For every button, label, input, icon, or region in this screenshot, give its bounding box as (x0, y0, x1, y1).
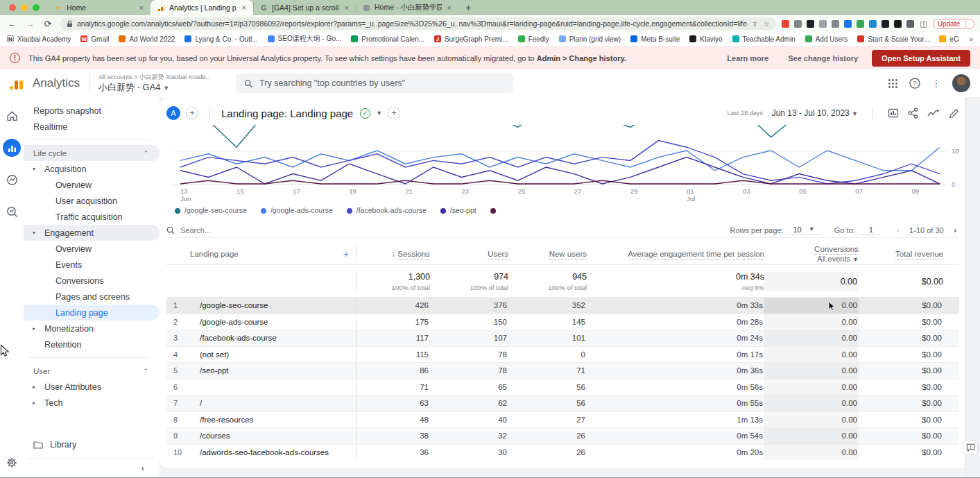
sidebar-item-overview[interactable]: Overview (24, 177, 160, 193)
sidebar-item-user-acquisition[interactable]: User acquisition (24, 193, 160, 209)
sidebar-item-overview[interactable]: Overview (24, 241, 160, 257)
collapse-sidebar-button[interactable]: ‹ (29, 458, 154, 477)
date-range-picker[interactable]: Jun 13 - Jul 10, 2023 ▼ (772, 108, 858, 118)
sidebar-item-pages-and-screens[interactable]: Pages and screens (24, 289, 160, 305)
table-search[interactable] (166, 226, 730, 234)
tab-close-icon[interactable]: × (343, 3, 350, 12)
extension-icon[interactable] (807, 20, 814, 28)
help-icon[interactable]: ? (909, 78, 920, 89)
advertising-icon[interactable] (3, 203, 21, 221)
sidebar-item-retention[interactable]: Retention (24, 336, 160, 352)
users-header[interactable]: Users (430, 250, 508, 258)
bookmark-lyang-co-outl[interactable]: Lyang & Co. - Outl... (184, 35, 257, 43)
address-bar[interactable]: analytics.google.com/analytics/web/?auth… (60, 17, 776, 30)
table-row-1[interactable]: 1/google-seo-course4263763520m 33s0.00$0… (166, 297, 959, 314)
extension-icon[interactable] (882, 20, 889, 28)
open-setup-assistant-button[interactable]: Open Setup Assistant (872, 50, 970, 67)
fullscreen-window-button[interactable] (33, 4, 40, 11)
bookmark-promotional-calen[interactable]: Promotional Calen... (351, 35, 424, 43)
reload-icon[interactable]: ⟳ (42, 19, 54, 29)
table-row-4[interactable]: 4(not set)1157800m 17s0.00$0.00 (166, 346, 959, 363)
next-page-icon[interactable]: › (951, 225, 959, 235)
report-caret-icon[interactable]: ▼ (376, 110, 382, 117)
bookmark-feedly[interactable]: Feedly (518, 35, 549, 43)
user-avatar[interactable] (952, 74, 970, 92)
insights-icon[interactable] (927, 108, 940, 118)
check-badge-icon[interactable]: ✓ (360, 108, 370, 119)
sidebar-item-realtime[interactable]: Realtime (24, 119, 160, 135)
analytics-search[interactable] (236, 74, 513, 93)
section-collapse-icon[interactable]: ⌃ (143, 368, 148, 375)
extension-icon[interactable] (819, 20, 827, 28)
share-icon[interactable] (908, 108, 918, 119)
sidebar-item-events[interactable]: Events (24, 257, 160, 273)
table-row-6[interactable]: 67165560m 56s0.00$0.00 (166, 379, 959, 395)
table-row-3[interactable]: 3/facebook-ads-course1171071010m 24s0.00… (166, 330, 959, 346)
share-page-icon[interactable]: ⇪ (752, 20, 757, 28)
extension-icon[interactable] (894, 20, 902, 28)
sidebar-item-engagement[interactable]: ▾Engagement (24, 225, 160, 241)
admin-gear-icon[interactable] (3, 454, 21, 472)
browser-tab-home-小白新势学院[interactable]: Home - 小白新势学院× (356, 0, 458, 15)
table-row-8[interactable]: 8/free-resources4840271m 13s0.00$0.00 (166, 411, 959, 428)
bookmark-xiaobai-academy[interactable]: NXiaobai Academy (7, 35, 71, 43)
extension-icon[interactable] (906, 20, 914, 28)
section-collapse-icon[interactable]: ⌃ (143, 150, 148, 157)
table-row-2[interactable]: 2/google-ads-course1751501450m 28s0.00$0… (166, 314, 959, 330)
customize-report-icon[interactable] (888, 108, 899, 119)
tab-close-icon[interactable]: × (138, 3, 145, 12)
comparison-chip[interactable]: A (166, 106, 180, 120)
extension-icon[interactable] (844, 20, 852, 28)
bookmark-ad-world-2022[interactable]: Ad World 2022 (119, 35, 175, 43)
sidebar-item-conversions[interactable]: Conversions (24, 273, 160, 289)
table-row-10[interactable]: 10/adwords-seo-facebook-ads-courses36302… (166, 444, 959, 461)
avg-engagement-header[interactable]: Average engagement time per session (587, 250, 764, 258)
sidebar-item-monetization[interactable]: ▸Monetization (24, 321, 160, 336)
sidebar-item-user-attributes[interactable]: ▸User Attributes (24, 379, 160, 395)
sidebar-item-life-cycle[interactable]: Life cycle⌃ (24, 145, 160, 161)
sidebar-item-traffic-acquisition[interactable]: Traffic acquisition (24, 209, 160, 225)
sidebar-item-acquisition[interactable]: ▾Acquisition (24, 161, 160, 177)
sessions-header[interactable]: ↓ Sessions (356, 250, 430, 258)
bookmark-plann-grid-view[interactable]: Plann (grid view) (559, 35, 621, 43)
home-icon[interactable] (3, 107, 21, 125)
bookmark-ecommerce-case[interactable]: eCommerce Case... (939, 35, 959, 43)
goto-page-input[interactable]: 1 (862, 225, 880, 235)
extension-icon[interactable] (794, 20, 802, 28)
prev-page-icon[interactable]: ‹ (894, 225, 902, 235)
bookmark-surgegraph-premi[interactable]: JSurgeGraph Premi... (434, 35, 508, 43)
analytics-logo-icon[interactable] (10, 77, 23, 89)
total-revenue-header[interactable]: Total revenue (859, 250, 943, 258)
bookmark-gmail[interactable]: MGmail (80, 35, 109, 43)
table-row-9[interactable]: 9/courses3832260m 54s0.00$0.00 (166, 427, 959, 444)
table-row-7[interactable]: 7/6362560m 55s0.00$0.00 (166, 395, 959, 411)
browser-tab-analytics-landing-page-land[interactable]: Analytics | Landing page: Land× (151, 0, 253, 15)
feedback-button[interactable] (963, 440, 978, 455)
explore-icon[interactable] (3, 171, 21, 189)
extension-icon[interactable] (869, 20, 877, 28)
add-dimension-icon[interactable]: + (343, 248, 349, 259)
rows-per-page-select[interactable]: 10▼ (791, 225, 818, 235)
bookmark-star-icon[interactable]: ☆ (763, 20, 769, 28)
reports-icon[interactable] (3, 139, 21, 157)
tab-close-icon[interactable]: × (446, 3, 453, 12)
sidebar-item-library[interactable]: Library (24, 436, 160, 454)
sidebar-item-reports-snapshot[interactable]: Reports snapshot (24, 103, 160, 119)
minimize-window-button[interactable] (21, 4, 28, 11)
new-users-header[interactable]: New users (508, 250, 587, 258)
bookmark-klaviyo[interactable]: Klaviyo (689, 35, 722, 43)
more-options-icon[interactable]: ⋮ (931, 78, 941, 89)
table-search-input[interactable] (180, 226, 319, 234)
sidebar-item-user[interactable]: User⌃ (24, 363, 160, 379)
bookmark-seo课程大纲-go[interactable]: SEO课程大纲 - Go... (268, 34, 342, 44)
edit-pencil-icon[interactable] (949, 108, 959, 119)
browser-tab-home[interactable]: Home× (48, 0, 151, 15)
sidebar-item-landing-page[interactable]: Landing page (24, 305, 160, 321)
back-icon[interactable]: ← (6, 19, 18, 29)
bookmark-meta-b-suite[interactable]: Meta B-suite (630, 35, 680, 43)
extension-icon[interactable] (782, 20, 789, 28)
tab-close-icon[interactable]: × (241, 3, 248, 12)
bookmark-add-users[interactable]: Add Users (805, 35, 848, 43)
extension-icon[interactable] (832, 20, 839, 28)
new-tab-button[interactable]: + (458, 2, 478, 13)
